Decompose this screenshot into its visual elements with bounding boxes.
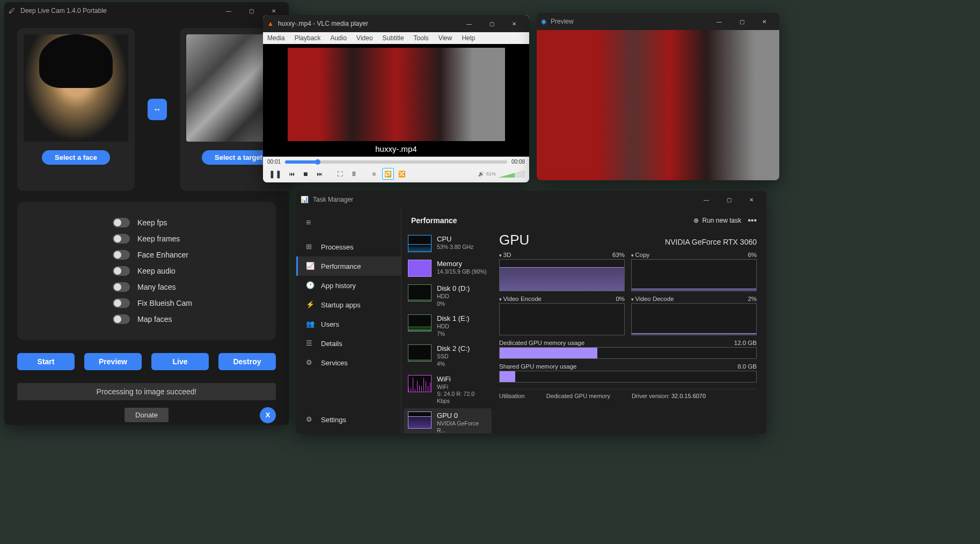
toggle[interactable] — [113, 298, 130, 308]
close-button[interactable]: ✕ — [503, 16, 525, 31]
stat-utilisation: Utilisation — [499, 393, 525, 399]
select-face-button[interactable]: Select a face — [42, 150, 110, 165]
live-button[interactable]: Live — [151, 353, 209, 370]
gpu-title: GPU — [499, 232, 529, 248]
stat-driver-value: 32.0.15.6070 — [671, 393, 706, 399]
run-new-task-button[interactable]: ⊕Run new task — [693, 217, 741, 224]
resource-list: CPU53% 3.80 GHz Memory14.3/15.9 GB (90%)… — [401, 230, 494, 433]
menu-media[interactable]: Media — [267, 34, 285, 42]
menu-view[interactable]: View — [438, 34, 452, 42]
maximize-button[interactable]: ▢ — [240, 3, 262, 18]
menu-video[interactable]: Video — [356, 34, 372, 42]
next-button[interactable]: ⏭ — [313, 168, 325, 180]
donate-button[interactable]: Donate — [125, 408, 169, 422]
app-icon: 📊 — [301, 196, 309, 203]
option-fix-blueish: Fix Blueish Cam — [32, 295, 261, 311]
start-button[interactable]: Start — [17, 353, 75, 370]
minimize-button[interactable]: — — [458, 16, 480, 31]
menu-tools[interactable]: Tools — [414, 34, 429, 42]
stop-button[interactable]: ⏹ — [299, 168, 311, 180]
swap-button[interactable]: ↔ — [148, 99, 167, 120]
panel-value: 63% — [612, 252, 625, 258]
seek-slider[interactable] — [285, 160, 507, 164]
wifi-mini-graph — [408, 375, 432, 392]
item-gpu[interactable]: GPU 0NVIDIA GeForce R...63% (58 °C) — [404, 408, 492, 433]
item-sub: 0% — [437, 300, 470, 307]
destroy-button[interactable]: Destroy — [218, 353, 276, 370]
item-cpu[interactable]: CPU53% 3.80 GHz — [404, 232, 492, 255]
menu-audio[interactable]: Audio — [330, 34, 347, 42]
previous-button[interactable]: ⏮ — [286, 168, 297, 180]
preview-button[interactable]: Preview — [84, 353, 142, 370]
volume-slider[interactable] — [498, 170, 525, 178]
panel-label[interactable]: 3D — [499, 252, 511, 258]
dedicated-label: Dedicated GPU memory usage — [499, 340, 584, 346]
services-icon: ⚙ — [306, 358, 315, 367]
shuffle-button[interactable]: 🔀 — [396, 168, 408, 180]
item-title: GPU 0 — [437, 411, 487, 420]
minimize-button[interactable]: — — [708, 14, 730, 29]
nav-settings[interactable]: ⚙Settings — [296, 410, 356, 429]
shared-label: Shared GPU memory usage — [499, 363, 576, 370]
fullscreen-button[interactable]: ⛶ — [334, 168, 346, 180]
panel-label[interactable]: Video Decode — [631, 296, 674, 302]
playlist-button[interactable]: ≡ — [368, 168, 380, 180]
toggle[interactable] — [113, 282, 130, 292]
nav-users[interactable]: 👥Users — [296, 314, 401, 334]
page-title: Performance — [411, 216, 457, 225]
video-area[interactable]: huxxy-.mp4 — [263, 44, 529, 157]
loop-button[interactable]: 🔁 — [382, 168, 394, 180]
more-button[interactable]: ••• — [748, 216, 757, 225]
nav-label: Services — [321, 359, 348, 367]
pause-button[interactable]: ❚❚ — [267, 167, 283, 181]
item-memory[interactable]: Memory14.3/15.9 GB (90%) — [404, 256, 492, 280]
toggle[interactable] — [113, 234, 130, 244]
gear-icon: ⚙ — [306, 415, 315, 424]
titlebar[interactable]: 🖊 Deep Live Cam 1.4.0 Portable — ▢ ✕ — [4, 2, 289, 19]
toggle[interactable] — [113, 250, 130, 260]
toggle[interactable] — [113, 266, 130, 276]
close-button[interactable]: ✕ — [754, 14, 775, 29]
maximize-button[interactable]: ▢ — [481, 16, 502, 31]
chart-video-decode — [631, 303, 757, 335]
nav-label: Performance — [321, 262, 361, 270]
nav-processes[interactable]: ⊞Processes — [296, 237, 401, 256]
minimize-button[interactable]: — — [218, 3, 239, 18]
nav-details[interactable]: ☰Details — [296, 334, 401, 353]
titlebar[interactable]: ▲ huxxy-.mp4 - VLC media player — ▢ ✕ — [263, 15, 529, 32]
titlebar[interactable]: 📊 Task Manager — ▢ ✕ — [296, 191, 766, 208]
hamburger-icon[interactable]: ≡ — [296, 212, 401, 233]
minimize-button[interactable]: — — [696, 192, 717, 207]
menu-subtitle[interactable]: Subtitle — [383, 34, 404, 42]
x-button[interactable]: X — [260, 407, 276, 423]
toggle[interactable] — [113, 218, 130, 227]
item-wifi[interactable]: WiFiWiFiS: 24.0 R: 72.0 Kbps — [404, 372, 492, 408]
menu-playback[interactable]: Playback — [295, 34, 321, 42]
item-disk1[interactable]: Disk 1 (E:)HDD7% — [404, 311, 492, 340]
item-disk0[interactable]: Disk 0 (D:)HDD0% — [404, 281, 492, 310]
panel-label[interactable]: Copy — [631, 252, 649, 258]
titlebar[interactable]: ◉ Preview — ▢ ✕ — [537, 13, 779, 30]
toggle[interactable] — [113, 314, 130, 324]
menu-help[interactable]: Help — [462, 34, 475, 42]
nav-performance[interactable]: 📈Performance — [296, 256, 401, 276]
nav-app-history[interactable]: 🕐App history — [296, 276, 401, 295]
window-title: Task Manager — [309, 196, 696, 203]
task-manager-window: 📊 Task Manager — ▢ ✕ ≡ ⊞Processes 📈Perfo… — [296, 191, 766, 433]
gpu-name: NVIDIA GeForce RTX 3060 — [665, 238, 757, 246]
cpu-mini-graph — [408, 235, 432, 252]
item-disk2[interactable]: Disk 2 (C:)SSD4% — [404, 341, 492, 370]
settings-button[interactable]: 🎚 — [348, 168, 360, 180]
maximize-button[interactable]: ▢ — [731, 14, 752, 29]
option-keep-audio: Keep audio — [32, 263, 261, 279]
close-button[interactable]: ✕ — [741, 192, 762, 207]
panel-label[interactable]: Video Encode — [499, 296, 542, 302]
panel-value: 6% — [748, 252, 757, 258]
volume-value: 61% — [486, 171, 496, 177]
nav-label: Startup apps — [321, 301, 361, 309]
speaker-icon[interactable]: 🔊 — [478, 171, 484, 177]
nav-startup-apps[interactable]: ⚡Startup apps — [296, 295, 401, 314]
nav-services[interactable]: ⚙Services — [296, 353, 401, 372]
maximize-button[interactable]: ▢ — [718, 192, 740, 207]
item-title: Memory — [437, 260, 487, 268]
